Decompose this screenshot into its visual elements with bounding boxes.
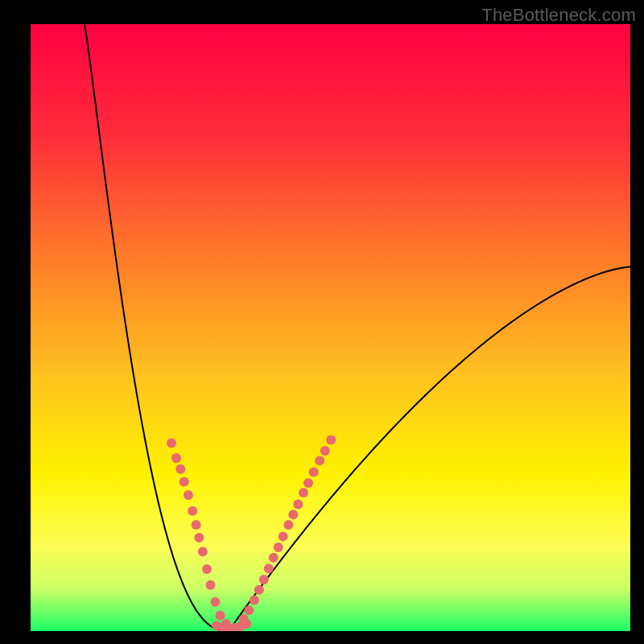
data-dot xyxy=(238,614,248,624)
data-dot xyxy=(299,488,308,497)
data-dot xyxy=(320,446,330,456)
bottleneck-chart xyxy=(31,24,630,631)
chart-svg xyxy=(31,24,630,631)
data-dot xyxy=(184,490,193,500)
data-dot xyxy=(269,553,279,563)
data-dot xyxy=(244,605,254,615)
data-dot xyxy=(171,453,181,463)
data-dot xyxy=(175,464,185,474)
data-dot xyxy=(250,596,259,605)
data-dot xyxy=(288,510,298,519)
data-dot xyxy=(283,520,293,530)
data-dot xyxy=(259,575,269,584)
data-dot xyxy=(274,543,283,552)
data-dot xyxy=(315,456,324,465)
data-dot xyxy=(279,531,288,541)
data-dot xyxy=(210,597,220,607)
data-dot xyxy=(309,467,319,477)
data-dot xyxy=(202,564,212,574)
data-dot xyxy=(188,506,197,516)
data-dot xyxy=(206,580,216,590)
data-dot xyxy=(254,585,264,595)
watermark-text: TheBottleneck.com xyxy=(481,5,636,26)
data-dot xyxy=(192,520,201,530)
data-dot xyxy=(303,478,313,488)
data-dot xyxy=(194,533,204,543)
data-dot xyxy=(180,477,189,487)
data-dot xyxy=(198,547,208,556)
data-dot xyxy=(293,499,303,509)
data-dot xyxy=(167,438,176,448)
chart-container: TheBottleneck.com xyxy=(0,0,644,644)
data-dot xyxy=(215,610,225,620)
data-dot xyxy=(264,564,274,573)
gradient-background xyxy=(31,24,630,631)
data-dot xyxy=(326,435,336,444)
